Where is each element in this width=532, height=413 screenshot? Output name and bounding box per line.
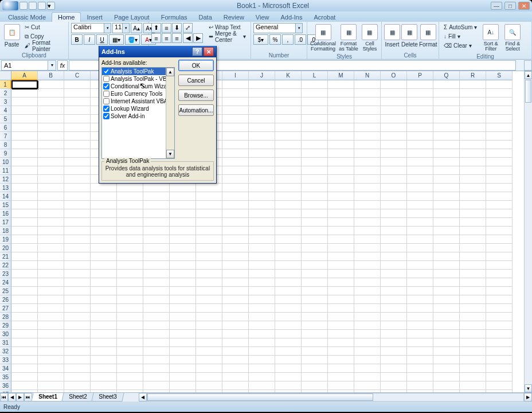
- cell[interactable]: [143, 192, 170, 201]
- cell[interactable]: [64, 227, 91, 235]
- underline-button[interactable]: U: [96, 34, 108, 45]
- cell[interactable]: [460, 141, 486, 149]
- cell[interactable]: [38, 192, 64, 201]
- indent-increase-button[interactable]: ▶: [193, 33, 203, 43]
- addin-item[interactable]: Conditional Sum Wizard: [102, 83, 174, 90]
- listbox-scrollbar[interactable]: ▲ ▼: [166, 68, 174, 158]
- cell[interactable]: [486, 244, 513, 252]
- cell[interactable]: [302, 201, 328, 209]
- cell[interactable]: [64, 390, 91, 392]
- cell[interactable]: [275, 227, 302, 235]
- cell[interactable]: [143, 261, 170, 270]
- row-header[interactable]: 10: [0, 158, 11, 166]
- cell[interactable]: [433, 295, 460, 304]
- cell[interactable]: [460, 175, 486, 184]
- cell[interactable]: [117, 330, 143, 338]
- cell[interactable]: [117, 356, 143, 364]
- cell[interactable]: [117, 321, 143, 330]
- cell[interactable]: [486, 364, 513, 373]
- cell[interactable]: [381, 287, 407, 295]
- cell[interactable]: [381, 149, 407, 158]
- cell[interactable]: [222, 244, 249, 252]
- cell[interactable]: [302, 261, 328, 270]
- cell[interactable]: [433, 227, 460, 235]
- cell[interactable]: [486, 356, 513, 364]
- sheet-tab[interactable]: Sheet1: [31, 393, 64, 402]
- row-header[interactable]: 35: [0, 373, 11, 381]
- cell[interactable]: [249, 338, 275, 347]
- row-header[interactable]: 16: [0, 209, 11, 218]
- cell[interactable]: [222, 381, 249, 390]
- cell[interactable]: [143, 209, 170, 218]
- align-center-button[interactable]: ≡: [162, 33, 171, 43]
- cell[interactable]: [302, 252, 328, 261]
- cell[interactable]: [275, 390, 302, 392]
- cell[interactable]: [275, 287, 302, 295]
- paste-button[interactable]: 📋Paste: [2, 23, 21, 49]
- name-box[interactable]: A1▾: [1, 60, 56, 71]
- cell[interactable]: [328, 287, 354, 295]
- cell[interactable]: [275, 209, 302, 218]
- cell[interactable]: [275, 330, 302, 338]
- cell[interactable]: [486, 330, 513, 338]
- column-header[interactable]: P: [407, 71, 433, 80]
- cell[interactable]: [354, 115, 381, 123]
- cell[interactable]: [460, 373, 486, 381]
- cell[interactable]: [249, 123, 275, 132]
- row-header[interactable]: 8: [0, 141, 11, 149]
- cell[interactable]: [249, 227, 275, 235]
- cell[interactable]: [11, 278, 38, 287]
- cell[interactable]: [328, 149, 354, 158]
- cell[interactable]: [91, 321, 117, 330]
- cell[interactable]: [407, 115, 433, 123]
- select-all-corner[interactable]: [0, 71, 11, 80]
- column-header[interactable]: B: [38, 71, 64, 80]
- cell[interactable]: [11, 244, 38, 252]
- cell[interactable]: [433, 209, 460, 218]
- cell[interactable]: [91, 252, 117, 261]
- cell[interactable]: [143, 338, 170, 347]
- cell[interactable]: [460, 287, 486, 295]
- column-header[interactable]: C: [64, 71, 91, 80]
- cell[interactable]: [38, 278, 64, 287]
- cell[interactable]: [91, 201, 117, 209]
- cell[interactable]: [117, 381, 143, 390]
- column-header[interactable]: R: [460, 71, 486, 80]
- cell[interactable]: [222, 278, 249, 287]
- cell[interactable]: [381, 89, 407, 98]
- cell[interactable]: [91, 278, 117, 287]
- cell[interactable]: [64, 149, 91, 158]
- cell[interactable]: [328, 141, 354, 149]
- cell[interactable]: [354, 244, 381, 252]
- cell[interactable]: [381, 132, 407, 141]
- indent-decrease-button[interactable]: ◀: [183, 33, 193, 43]
- cell[interactable]: [302, 338, 328, 347]
- cell[interactable]: [222, 347, 249, 356]
- cell[interactable]: [117, 295, 143, 304]
- cell[interactable]: [275, 356, 302, 364]
- cell[interactable]: [249, 149, 275, 158]
- cell[interactable]: [328, 123, 354, 132]
- cell[interactable]: [302, 123, 328, 132]
- cell[interactable]: [460, 235, 486, 244]
- cell[interactable]: [170, 321, 196, 330]
- cell[interactable]: [11, 158, 38, 166]
- orientation-button[interactable]: ⤢: [183, 23, 193, 33]
- cell[interactable]: [381, 304, 407, 313]
- cell[interactable]: [11, 98, 38, 106]
- cell[interactable]: [196, 235, 222, 244]
- cell[interactable]: [117, 347, 143, 356]
- cell[interactable]: [117, 184, 143, 192]
- cell[interactable]: [11, 80, 38, 89]
- cell[interactable]: [486, 175, 513, 184]
- cell[interactable]: [433, 184, 460, 192]
- cell[interactable]: [275, 295, 302, 304]
- cell[interactable]: [328, 364, 354, 373]
- cell[interactable]: [275, 166, 302, 175]
- cell[interactable]: [433, 235, 460, 244]
- cell[interactable]: [117, 373, 143, 381]
- cell[interactable]: [381, 115, 407, 123]
- cell[interactable]: [354, 98, 381, 106]
- cell[interactable]: [486, 192, 513, 201]
- cell[interactable]: [407, 244, 433, 252]
